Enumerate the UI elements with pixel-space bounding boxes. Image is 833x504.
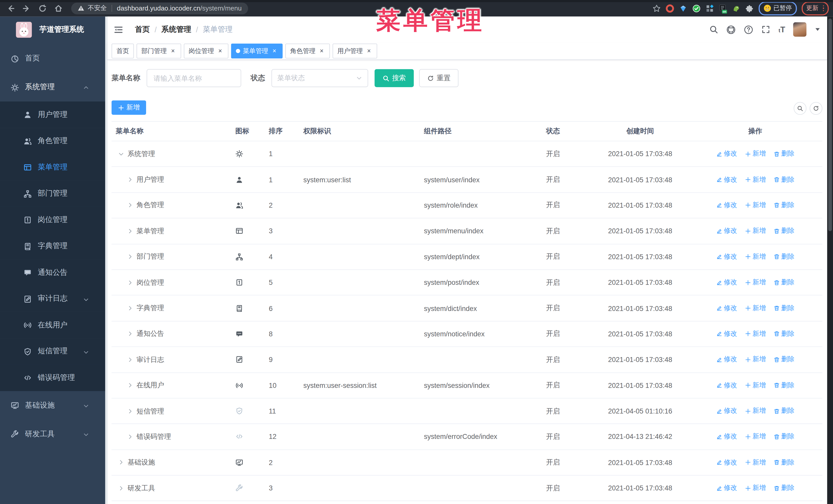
browser-profile-chip[interactable]: 已暂停	[759, 1, 796, 15]
add-child-link[interactable]: 新增	[744, 407, 766, 415]
extension-on-badge-icon[interactable]: on	[719, 4, 727, 13]
add-child-link[interactable]: 新增	[744, 304, 766, 313]
sidebar-scrollbar[interactable]	[105, 17, 107, 504]
tag-item[interactable]: 岗位管理×	[184, 44, 229, 58]
add-child-link[interactable]: 新增	[744, 432, 766, 441]
row-expand-caret-icon[interactable]	[127, 408, 133, 414]
close-icon[interactable]: ×	[365, 48, 373, 55]
add-child-link[interactable]: 新增	[744, 381, 766, 390]
tag-item[interactable]: 部门管理×	[137, 44, 181, 58]
extension-grid-icon[interactable]	[706, 4, 714, 13]
edit-link[interactable]: 修改	[716, 484, 737, 493]
extension-green-check-icon[interactable]	[692, 4, 701, 13]
row-expand-caret-icon[interactable]	[118, 459, 124, 466]
scrollbar-thumb[interactable]	[828, 19, 832, 231]
extension-gem-icon[interactable]	[679, 4, 687, 13]
delete-link[interactable]: 删除	[773, 432, 794, 441]
edit-link[interactable]: 修改	[716, 330, 737, 338]
delete-link[interactable]: 删除	[773, 149, 794, 159]
edit-link[interactable]: 修改	[716, 201, 737, 210]
add-child-link[interactable]: 新增	[744, 355, 766, 364]
delete-link[interactable]: 删除	[773, 226, 794, 236]
edit-link[interactable]: 修改	[716, 381, 737, 390]
user-menu-caret-icon[interactable]	[815, 28, 820, 31]
close-icon[interactable]: ×	[169, 48, 176, 55]
sidebar-item-notice[interactable]: 通知公告	[0, 259, 105, 286]
user-avatar[interactable]	[793, 22, 807, 37]
sidebar-item-sms[interactable]: 短信管理	[0, 338, 105, 364]
page-scrollbar[interactable]	[827, 17, 833, 504]
sidebar-item-user[interactable]: 用户管理	[0, 101, 105, 128]
breadcrumb-home[interactable]: 首页	[135, 25, 150, 34]
delete-link[interactable]: 删除	[773, 175, 794, 184]
add-child-link[interactable]: 新增	[744, 458, 766, 467]
delete-link[interactable]: 删除	[773, 355, 794, 364]
extension-orange-icon[interactable]	[666, 4, 674, 13]
app-logo-row[interactable]: 芋道管理系统	[0, 17, 108, 43]
row-expand-caret-icon[interactable]	[127, 202, 133, 209]
sidebar-item-infra[interactable]: 基础设施	[0, 391, 105, 419]
add-child-link[interactable]: 新增	[744, 226, 766, 236]
tag-active-item[interactable]: 菜单管理×	[231, 44, 283, 58]
sidebar-item-role[interactable]: 角色管理	[0, 128, 105, 154]
browser-update-button[interactable]: 更新	[802, 1, 829, 15]
add-child-link[interactable]: 新增	[744, 484, 766, 493]
breadcrumb-system[interactable]: 系统管理	[162, 25, 191, 34]
delete-link[interactable]: 删除	[773, 458, 794, 467]
close-icon[interactable]: ×	[217, 48, 224, 55]
browser-back-icon[interactable]	[6, 4, 15, 13]
delete-link[interactable]: 删除	[773, 381, 794, 390]
tag-item[interactable]: 用户管理×	[333, 44, 377, 58]
address-bar[interactable]: 不安全 dashboard.yudao.iocoder.cn/system/me…	[71, 2, 248, 14]
row-expand-caret-icon[interactable]	[118, 485, 124, 491]
sidebar-item-menu[interactable]: 菜单管理	[0, 154, 105, 181]
add-child-link[interactable]: 新增	[744, 201, 766, 210]
row-expand-caret-icon[interactable]	[127, 228, 133, 234]
font-size-icon[interactable]: tT	[779, 25, 785, 34]
security-label[interactable]: 不安全	[88, 4, 107, 13]
add-child-link[interactable]: 新增	[744, 278, 766, 287]
edit-link[interactable]: 修改	[716, 175, 737, 184]
delete-link[interactable]: 删除	[773, 407, 794, 415]
row-expand-caret-icon[interactable]	[118, 151, 124, 157]
edit-link[interactable]: 修改	[716, 252, 737, 261]
edit-link[interactable]: 修改	[716, 149, 737, 159]
github-icon[interactable]	[727, 25, 736, 34]
edit-link[interactable]: 修改	[716, 432, 737, 441]
edit-link[interactable]: 修改	[716, 226, 737, 236]
add-child-link[interactable]: 新增	[744, 330, 766, 338]
delete-link[interactable]: 删除	[773, 330, 794, 338]
tag-item[interactable]: 首页	[112, 44, 134, 58]
edit-link[interactable]: 修改	[716, 355, 737, 364]
sidebar-item-dict[interactable]: 字典管理	[0, 233, 105, 259]
delete-link[interactable]: 删除	[773, 278, 794, 287]
refresh-table-button[interactable]	[810, 102, 823, 115]
status-select[interactable]: 菜单状态	[271, 69, 368, 87]
edit-link[interactable]: 修改	[716, 407, 737, 415]
sidebar-item-error-code[interactable]: 错误码管理	[0, 364, 105, 391]
extension-lizard-icon[interactable]	[732, 4, 740, 13]
browser-home-icon[interactable]	[54, 4, 63, 13]
add-child-link[interactable]: 新增	[744, 252, 766, 261]
header-search-icon[interactable]	[710, 25, 718, 34]
delete-link[interactable]: 删除	[773, 304, 794, 313]
fullscreen-icon[interactable]	[761, 25, 770, 34]
delete-link[interactable]: 删除	[773, 484, 794, 493]
row-expand-caret-icon[interactable]	[127, 382, 133, 389]
delete-link[interactable]: 删除	[773, 201, 794, 210]
edit-link[interactable]: 修改	[716, 304, 737, 313]
close-icon[interactable]: ×	[271, 48, 278, 55]
search-button[interactable]: 搜索	[375, 69, 414, 87]
add-button[interactable]: 新增	[112, 100, 146, 115]
edit-link[interactable]: 修改	[716, 458, 737, 467]
row-expand-caret-icon[interactable]	[127, 433, 133, 440]
sidebar-item-post[interactable]: 岗位管理	[0, 207, 105, 233]
row-expand-caret-icon[interactable]	[127, 305, 133, 311]
sidebar-item-audit-log[interactable]: 审计日志	[0, 286, 105, 312]
tag-item[interactable]: 角色管理×	[285, 44, 330, 58]
delete-link[interactable]: 删除	[773, 252, 794, 261]
row-expand-caret-icon[interactable]	[127, 254, 133, 260]
sidebar-item-system[interactable]: 系统管理	[0, 73, 105, 101]
sidebar-item-online-user[interactable]: 在线用户	[0, 312, 105, 338]
row-expand-caret-icon[interactable]	[127, 279, 133, 286]
